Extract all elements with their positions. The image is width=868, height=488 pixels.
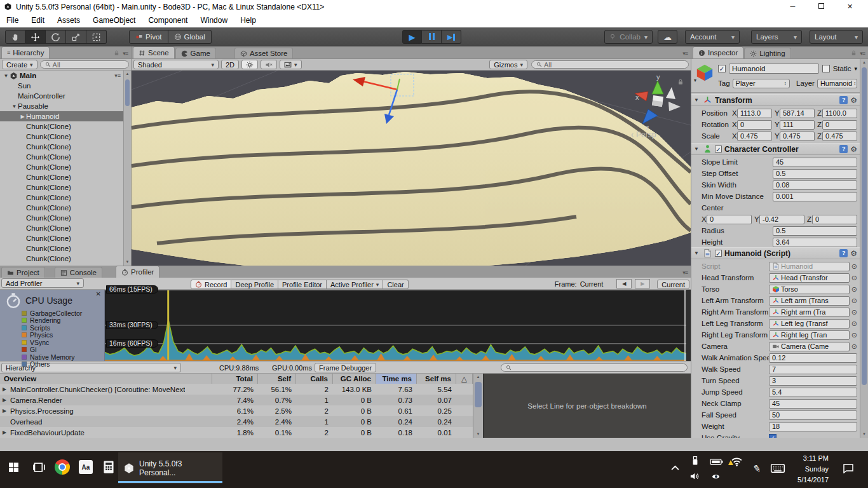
menu-file[interactable]: File xyxy=(0,16,25,25)
legend-native-memory[interactable]: Native Memory xyxy=(22,353,104,361)
panel-options-icon[interactable]: ▾≡ xyxy=(682,269,688,276)
taskbar-clock[interactable]: 3:11 PM Sunday 5/14/2017 xyxy=(780,453,829,485)
center-z-field[interactable]: 0 xyxy=(812,215,857,224)
menu-window[interactable]: Window xyxy=(194,16,234,25)
tab-inspector[interactable]: Inspector xyxy=(693,46,743,58)
scroll-up-icon[interactable]: ▲ xyxy=(124,71,131,78)
rotate-tool-button[interactable] xyxy=(46,30,66,44)
calculator-icon[interactable] xyxy=(102,459,116,475)
scene-effects-toggle[interactable]: ▾ xyxy=(280,60,302,69)
tab-game[interactable]: Game xyxy=(175,48,216,58)
menu-edit[interactable]: Edit xyxy=(25,16,51,25)
static-dropdown-icon[interactable]: ▾ xyxy=(854,65,857,72)
scroll-down-icon[interactable]: ▼ xyxy=(860,431,868,438)
gear-icon[interactable]: ⚙ xyxy=(850,249,857,258)
panel-options-icon[interactable]: ▾≡ xyxy=(682,50,688,57)
rotation-y-field[interactable]: 111 xyxy=(780,120,815,130)
object-name-field[interactable]: Humanoid xyxy=(729,64,819,74)
head-transform-field[interactable]: Head (Transfor xyxy=(769,273,850,283)
legend-physics[interactable]: Physics xyxy=(22,332,104,339)
hierarchy-item-chunk-clone[interactable]: Chunk(Clone) xyxy=(0,233,123,243)
legend-gi[interactable]: Gi xyxy=(22,346,104,354)
hierarchy-item-chunk-clone[interactable]: Chunk(Clone) xyxy=(0,132,123,142)
position-z-field[interactable]: 1100.0 xyxy=(822,109,857,118)
battery-icon[interactable] xyxy=(710,458,723,466)
account-dropdown[interactable]: Account ▾ xyxy=(685,30,740,44)
create-button[interactable]: Create ▾ xyxy=(2,60,37,69)
tray-chevron-icon[interactable] xyxy=(671,465,679,471)
legend-garbagecollector[interactable]: GarbageCollector xyxy=(22,309,104,317)
legend-others[interactable]: Others xyxy=(22,361,104,369)
scroll-thumb[interactable] xyxy=(125,79,130,106)
current-frame-button[interactable]: Current xyxy=(657,280,689,289)
expander-icon[interactable]: ▶ xyxy=(3,408,8,414)
start-button[interactable] xyxy=(8,462,19,473)
table-row-camera-render[interactable]: ▶Camera.Render7.4%0.7%10 B0.730.07 xyxy=(0,395,473,405)
layer-dropdown[interactable]: Humanoid ↕ xyxy=(817,79,857,88)
hand-tool-button[interactable] xyxy=(5,30,25,44)
scale-tool-button[interactable] xyxy=(66,30,86,44)
scene-viewport[interactable]: y x z ‹ Persp xyxy=(132,71,691,266)
position-x-field[interactable]: 1113.0 xyxy=(737,109,772,118)
move-tool-button[interactable] xyxy=(25,30,46,44)
task-view-button[interactable] xyxy=(33,463,46,472)
radius-field[interactable]: 0.5 xyxy=(773,226,857,236)
column-header-gc-alloc[interactable]: GC Alloc xyxy=(333,374,376,384)
close-button[interactable]: ✕ xyxy=(836,3,864,11)
hierarchy-item-chunk-clone[interactable]: Chunk(Clone) xyxy=(0,121,123,132)
rotation-z-field[interactable]: 0 xyxy=(822,120,857,130)
hierarchy-item-chunk-clone[interactable]: Chunk(Clone) xyxy=(0,213,123,223)
menu-assets[interactable]: Assets xyxy=(51,16,86,25)
table-row-physics-processing[interactable]: ▶Physics.Processing6.1%2.5%20 B0.610.25 xyxy=(0,405,473,416)
tag-dropdown[interactable]: Player ↕ xyxy=(733,79,790,88)
taskbar-unity-item[interactable]: Unity 5.5.0f3 Personal... xyxy=(118,452,222,484)
expander-icon[interactable]: ▼ xyxy=(694,250,700,256)
chrome-icon[interactable] xyxy=(55,459,70,475)
layout-dropdown[interactable]: Layout ▾ xyxy=(810,30,863,44)
left-arm-transform-field[interactable]: Left arm (Trans xyxy=(769,296,850,306)
help-icon[interactable]: ? xyxy=(839,145,848,153)
usb-icon[interactable] xyxy=(691,456,699,466)
panel-options-icon[interactable]: ▾≡ xyxy=(860,50,865,57)
scroll-down-icon[interactable]: ▼ xyxy=(124,259,131,266)
expander-icon[interactable]: ▼ xyxy=(3,73,10,79)
hierarchy-item-chunk-clone[interactable]: Chunk(Clone) xyxy=(0,254,123,264)
layers-dropdown[interactable]: Layers ▾ xyxy=(751,30,802,44)
object-picker-icon[interactable]: ⊙ xyxy=(851,320,857,328)
help-icon[interactable]: ? xyxy=(839,96,848,104)
scroll-up-icon[interactable]: ▲ xyxy=(860,59,868,66)
torso-field[interactable]: Torso xyxy=(769,285,850,294)
prev-frame-button[interactable]: ◀ xyxy=(616,279,632,288)
table-scrollbar[interactable]: ▲ ▼ xyxy=(473,374,483,438)
cloud-services-button[interactable]: ☁ xyxy=(658,30,677,44)
tab-lighting[interactable]: Lighting xyxy=(744,48,790,58)
gear-icon[interactable]: ⚙ xyxy=(850,96,857,105)
wifi-icon[interactable] xyxy=(731,457,743,464)
hierarchy-item-chunk-clone[interactable]: Chunk(Clone) xyxy=(0,142,123,152)
tab-hierarchy[interactable]: ≡ Hierarchy xyxy=(1,46,50,58)
scroll-down-icon[interactable]: ▼ xyxy=(473,431,483,438)
scale-x-field[interactable]: 0.475 xyxy=(737,132,772,141)
hierarchy-item-chunk-clone[interactable]: Chunk(Clone) xyxy=(0,182,123,193)
scale-y-field[interactable]: 0.475 xyxy=(780,132,815,141)
static-checkbox[interactable] xyxy=(822,65,830,72)
scroll-thumb[interactable] xyxy=(862,67,867,385)
legend-vsync[interactable]: VSync xyxy=(22,339,104,346)
menu-help[interactable]: Help xyxy=(234,16,262,25)
lock-icon[interactable] xyxy=(113,50,120,57)
axis-x-label[interactable]: x xyxy=(635,93,639,101)
walk-speed-field[interactable]: 7 xyxy=(769,365,857,374)
expander-icon[interactable]: ▼ xyxy=(11,104,18,109)
object-picker-icon[interactable]: ⊙ xyxy=(851,342,857,351)
hierarchy-item-maincontroller[interactable]: MainController xyxy=(0,91,123,101)
object-picker-icon[interactable]: ⊙ xyxy=(851,262,857,271)
hierarchy-item-humanoid[interactable]: ▶Humanoid xyxy=(0,111,123,121)
object-picker-icon[interactable]: ⊙ xyxy=(851,331,857,339)
camera-field[interactable]: Camera (Came xyxy=(769,342,850,351)
component-enabled-checkbox[interactable]: ✓ xyxy=(715,250,722,257)
maximize-button[interactable] xyxy=(807,3,836,11)
expander-icon[interactable]: ▶ xyxy=(3,430,8,435)
scene-search-input[interactable]: All xyxy=(531,60,689,69)
speaker-icon[interactable] xyxy=(689,471,700,481)
pivot-button[interactable]: Pivot xyxy=(129,30,168,44)
